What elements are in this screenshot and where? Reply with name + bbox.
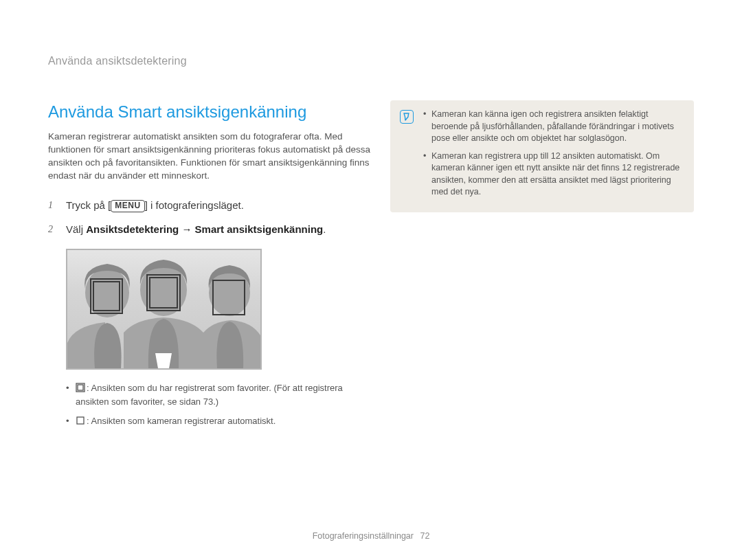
note-box: Kameran kan känna igen och registrera an… [390, 100, 694, 212]
section-title: Använda Smart ansiktsigenkänning [48, 100, 371, 124]
step-list: Tryck på [MENU] i fotograferingsläget. V… [48, 198, 371, 236]
legend-item-auto-text: : Ansikten som kameran registrerar autom… [87, 416, 276, 426]
favorite-frame-icon [76, 383, 85, 396]
step-2-bold: Ansiktsdetektering → Smart ansiktsigenkä… [86, 223, 323, 235]
note-icon [400, 110, 414, 124]
left-column: Använda Smart ansiktsigenkänning Kameran… [48, 100, 371, 436]
legend-item-favorite: : Ansikten som du har registrerat som fa… [66, 382, 371, 408]
illustration-svg [67, 250, 260, 368]
note-item-2: Kameran kan registrera upp till 12 ansik… [423, 150, 683, 199]
step-1: Tryck på [MENU] i fotograferingsläget. [48, 198, 371, 212]
legend-item-auto: : Ansikten som kameran registrerar autom… [66, 415, 371, 429]
menu-button-label: MENU [111, 200, 144, 212]
step-2-post: . [323, 223, 326, 235]
step-2-pre: Välj [66, 223, 86, 235]
auto-frame-icon [76, 416, 85, 429]
step-2: Välj Ansiktsdetektering → Smart ansiktsi… [48, 222, 371, 236]
svg-rect-10 [77, 417, 84, 424]
footer: Fotograferingsinställningar 72 [0, 530, 742, 543]
content-columns: Använda Smart ansiktsigenkänning Kameran… [48, 100, 694, 436]
legend-list: : Ansikten som du har registrerat som fa… [48, 382, 371, 429]
page: Använda ansiktsdetektering Använda Smart… [0, 0, 742, 560]
note-item-1: Kameran kan känna igen och registrera an… [423, 109, 683, 145]
svg-rect-9 [78, 385, 83, 390]
intro-paragraph: Kameran registrerar automatiskt ansikten… [48, 131, 371, 183]
breadcrumb: Använda ansiktsdetektering [48, 54, 694, 69]
step-1-post: ] i fotograferingsläget. [145, 199, 244, 211]
step-1-pre: Tryck på [ [66, 199, 111, 211]
illustration [66, 249, 262, 370]
right-column: Kameran kan känna igen och registrera an… [390, 100, 694, 212]
legend-item-favorite-text: : Ansikten som du har registrerat som fa… [76, 383, 343, 407]
footer-label: Fotograferingsinställningar [313, 531, 414, 541]
page-number: 72 [420, 531, 429, 541]
